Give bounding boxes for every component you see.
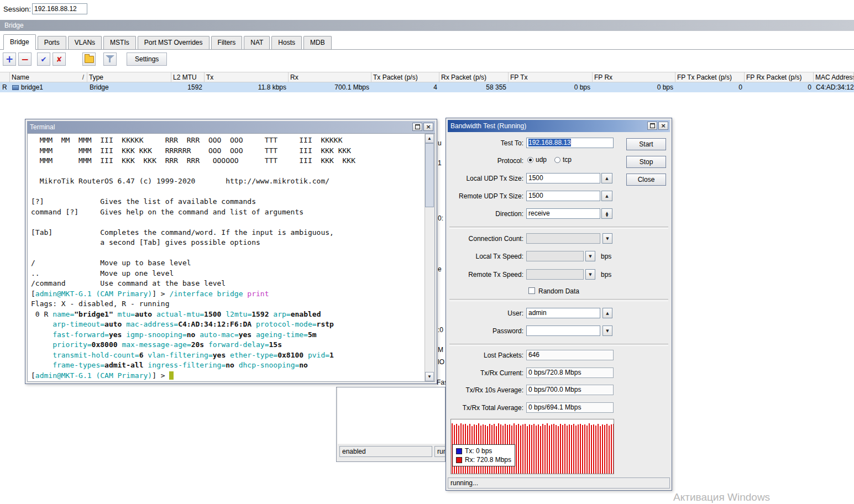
test-to-input[interactable]: 192.168.88.13 [526,138,614,148]
column-header-name-label: Name [12,74,29,81]
column-header-flags [0,72,10,82]
filter-button[interactable] [103,53,117,66]
column-header-fp-tx-packet[interactable]: FP Tx Packet (p/s) [675,72,745,82]
column-header-tx[interactable]: Tx [205,72,289,82]
remote-udp-tx-size-input[interactable]: 1500 [526,191,600,201]
spin-up-icon[interactable]: ▲ [601,191,612,201]
add-button[interactable]: + [3,53,16,66]
tab-filters[interactable]: Filters [211,36,243,49]
disable-button[interactable]: ✘ [53,53,66,66]
table-row[interactable]: R bridge1 Bridge 1592 11.8 kbps 700.1 Mb… [0,82,854,92]
spin-down-icon[interactable]: ▼ [585,269,595,280]
status-bar: running... [448,477,670,489]
column-header-fp-rx[interactable]: FP Rx [593,72,675,82]
remote-tx-speed-input[interactable] [526,269,584,280]
tab-mdb[interactable]: MDB [303,36,332,49]
tab-vlans[interactable]: VLANs [68,36,102,49]
rx-bar [525,424,526,474]
spin-down-icon[interactable]: ▼ [585,251,595,261]
scroll-down-icon[interactable]: ▼ [425,372,434,381]
tab-ports[interactable]: Ports [38,36,66,49]
comment-button[interactable] [82,53,96,66]
column-header-rx[interactable]: Rx [289,72,371,82]
rx-bar [600,426,601,474]
stop-button[interactable]: Stop [626,156,666,168]
scroll-up-icon[interactable]: ▲ [425,134,434,143]
close-button[interactable]: × [658,122,668,130]
random-data-row: Random Data [448,286,670,298]
local-udp-tx-size-input[interactable]: 1500 [526,173,600,183]
user-row: User: admin ▲ [448,308,670,320]
tx-rx-total-average-value: 0 bps/694.1 Mbps [526,402,614,413]
terminal-scrollbar[interactable]: ▲ ▼ [425,134,434,381]
column-header-name[interactable]: Name / [10,72,87,82]
tx-rx-10s-average-row: Tx/Rx 10s Average: 0 bps/700.0 Mbps [448,385,670,397]
column-header-l2mtu[interactable]: L2 MTU [171,72,205,82]
tab-mstis[interactable]: MSTIs [103,36,136,49]
rx-bar [564,424,565,474]
close-button[interactable]: × [423,123,433,131]
remote-udp-tx-size-label: Remote UDP Tx Size: [448,192,523,200]
row-fp-tx: 0 bps [509,82,593,92]
spin-down-icon[interactable]: ▼ [602,326,612,336]
maximize-button[interactable] [412,123,422,131]
column-header-mac-address[interactable]: MAC Address [814,72,854,82]
settings-button[interactable]: Settings [127,53,167,66]
spin-down-icon[interactable]: ▼ [602,233,612,244]
rx-bar [518,424,519,474]
terminal-titlebar[interactable]: Terminal × [27,121,435,133]
close-icon: × [426,123,431,130]
random-data-checkbox[interactable] [528,287,535,294]
spin-up-icon[interactable]: ▲ [602,308,612,318]
local-tx-speed-input[interactable] [526,251,584,261]
rx-bar [598,424,599,474]
terminal-output[interactable]: MMM MM MMM III KKKKK RRR RRR OOO OOO TTT… [28,134,425,381]
rx-bar [540,426,541,474]
maximize-button[interactable] [647,122,657,130]
column-header-fp-rx-packet[interactable]: FP Rx Packet (p/s) [745,72,814,82]
tab-nat[interactable]: NAT [244,36,270,49]
column-header-tx-packet[interactable]: Tx Packet (p/s) [371,72,439,82]
protocol-tcp-radio[interactable] [554,157,560,163]
session-bar: Session: [0,0,854,18]
bridge-toolbar: + − ✔ ✘ Settings [0,50,854,69]
bridge-window-titlebar[interactable]: Bridge [0,20,854,31]
remove-button[interactable]: − [18,53,32,66]
remote-tx-speed-row: Remote Tx Speed: ▼ bps [448,269,670,281]
protocol-udp-radio[interactable] [527,157,533,163]
dropdown-updown-icon[interactable]: ▲▼ [601,208,612,219]
rx-bar [611,424,612,474]
selected-text: 192.168.88.13 [528,139,571,146]
column-header-rx-packet[interactable]: Rx Packet (p/s) [439,72,509,82]
separator [449,227,668,229]
tab-port-mst-overrides[interactable]: Port MST Overrides [138,36,209,49]
tab-bridge[interactable]: Bridge [3,34,36,50]
row-rx-packet: 58 355 [439,82,509,92]
column-header-fp-tx[interactable]: FP Tx [509,72,593,82]
protocol-label: Protocol: [448,157,523,165]
user-input[interactable]: admin [526,308,600,318]
connection-count-input[interactable] [526,233,600,244]
password-input[interactable] [526,326,600,336]
tab-hosts[interactable]: Hosts [271,36,302,49]
bandwidth-test-titlebar[interactable]: Bandwidth Test (Running) × [448,120,670,132]
fragment-text: lO [438,358,444,366]
rx-bar [567,426,568,474]
direction-select[interactable]: receive [526,208,600,219]
close-button[interactable]: Close [626,174,666,186]
connection-count-label: Connection Count: [448,235,523,243]
fragment-text: M [438,346,443,354]
enable-button[interactable]: ✔ [37,53,50,66]
add-icon: + [6,54,13,65]
scroll-thumb[interactable] [425,143,434,207]
spin-up-icon[interactable]: ▲ [601,173,612,183]
table-header: Name / Type L2 MTU Tx Rx Tx Packet (p/s)… [0,72,854,82]
row-tx-packet: 4 [371,82,439,92]
start-button[interactable]: Start [626,138,666,150]
rx-bar [551,424,552,474]
lost-packets-value: 646 [526,350,614,360]
rx-bar [560,424,561,474]
cross-icon: ✘ [56,55,62,64]
column-header-type[interactable]: Type [87,72,171,82]
session-input[interactable] [32,3,87,14]
